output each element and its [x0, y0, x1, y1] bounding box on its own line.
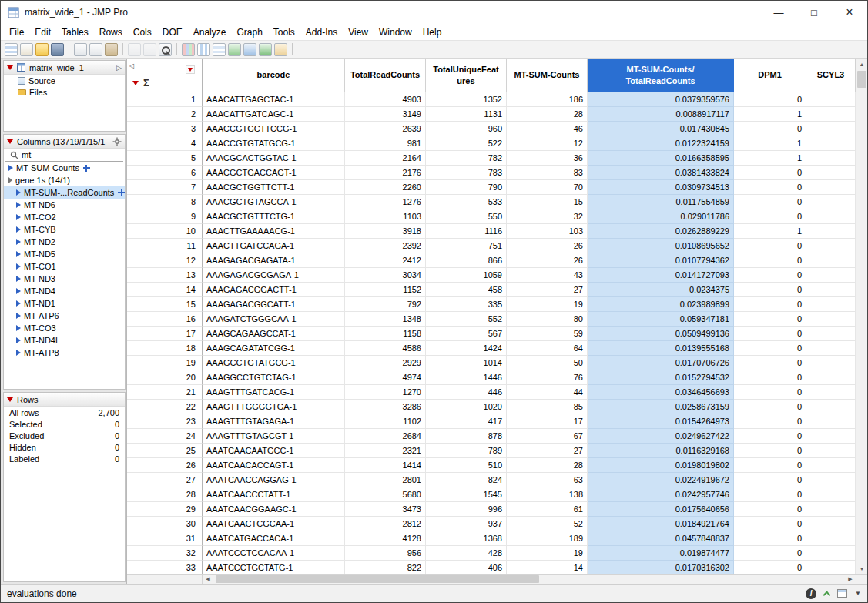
column-item-mt-nd1[interactable]: MT-ND1	[4, 297, 125, 310]
column-item-mt-nd2[interactable]: MT-ND2	[4, 236, 125, 248]
column-item-mt-sum-readcounts[interactable]: MT-SUM-...ReadCounts	[4, 186, 125, 199]
row-number[interactable]: 22	[127, 400, 203, 414]
cell-mt-sum-counts[interactable]: 26	[507, 253, 588, 268]
row-number[interactable]: 27	[127, 473, 203, 487]
column-item-mt-co3[interactable]: MT-CO3	[4, 322, 125, 334]
cell-total-unique-features[interactable]: 1059	[426, 268, 507, 283]
cell-mt-sum-ratio[interactable]: 0.0184921764	[588, 517, 734, 531]
cell-dpm1[interactable]: 0	[734, 327, 806, 341]
cell-total-read-counts[interactable]: 4586	[345, 341, 426, 356]
column-header-mt-sum-counts[interactable]: MT-SUM-Counts	[507, 59, 588, 92]
cell-total-read-counts[interactable]: 1276	[345, 195, 426, 209]
column-item-mt-co2[interactable]: MT-CO2	[4, 211, 125, 223]
cell-total-read-counts[interactable]: 2812	[345, 517, 426, 531]
cell-mt-sum-ratio[interactable]: 0.029011786	[588, 209, 734, 224]
cell-mt-sum-counts[interactable]: 44	[507, 385, 588, 400]
menu-help[interactable]: Help	[417, 25, 447, 39]
cell-total-read-counts[interactable]: 981	[345, 136, 426, 151]
cell-total-unique-features[interactable]: 1352	[426, 92, 507, 107]
row-number[interactable]: 7	[127, 180, 203, 195]
cell-total-unique-features[interactable]: 1020	[426, 400, 507, 414]
table-panel-header[interactable]: matrix_wide_1 ▷	[4, 61, 125, 75]
cell-total-read-counts[interactable]: 3149	[345, 107, 426, 122]
cell-scyl3[interactable]	[806, 531, 856, 546]
row-number[interactable]: 28	[127, 487, 203, 502]
cell-total-read-counts[interactable]: 1414	[345, 458, 426, 473]
cell-barcode[interactable]: AAAGAGACGGCATT-1	[203, 297, 345, 312]
cell-barcode[interactable]: AAAGCAGAAGCCAT-1	[203, 327, 345, 341]
cell-scyl3[interactable]	[806, 122, 856, 136]
cell-mt-sum-ratio[interactable]: 0.0154264973	[588, 414, 734, 429]
cell-total-unique-features[interactable]: 789	[426, 444, 507, 458]
row-number[interactable]: 1	[127, 92, 203, 107]
cell-mt-sum-ratio[interactable]: 0.0242957746	[588, 487, 734, 502]
row-number[interactable]: 32	[127, 546, 203, 561]
new-data-table-icon[interactable]	[5, 43, 18, 56]
horizontal-scroll-track[interactable]	[213, 575, 845, 584]
menu-file[interactable]: File	[4, 25, 29, 39]
cell-barcode[interactable]: AAATCCCTGCTATG-1	[203, 561, 345, 574]
cell-dpm1[interactable]: 0	[734, 166, 806, 180]
cell-mt-sum-counts[interactable]: 138	[507, 487, 588, 502]
column-item-mt-nd4[interactable]: MT-ND4	[4, 285, 125, 297]
paste-icon[interactable]	[105, 43, 118, 56]
cell-barcode[interactable]: AAAGCAGATATCGG-1	[203, 341, 345, 356]
cell-mt-sum-ratio[interactable]: 0.0139555168	[588, 341, 734, 356]
cell-dpm1[interactable]: 0	[734, 312, 806, 327]
summary-stats-icon[interactable]	[213, 43, 226, 56]
column-header-total-unique-features[interactable]: TotalUniqueFeatures	[426, 59, 507, 92]
cell-mt-sum-counts[interactable]: 27	[507, 444, 588, 458]
cell-barcode[interactable]: AAACATTGAGCTAC-1	[203, 92, 345, 107]
cell-barcode[interactable]: AAACGCTGACCAGT-1	[203, 166, 345, 180]
cell-mt-sum-ratio[interactable]: 0.0116329168	[588, 444, 734, 458]
column-item-mt-nd6[interactable]: MT-ND6	[4, 199, 125, 211]
vertical-scrollbar[interactable]: ▲ ▼	[856, 59, 867, 584]
cell-total-read-counts[interactable]: 4903	[345, 92, 426, 107]
cell-mt-sum-ratio[interactable]: 0.0141727093	[588, 268, 734, 283]
cell-total-unique-features[interactable]: 1131	[426, 107, 507, 122]
cell-scyl3[interactable]	[806, 195, 856, 209]
horizontal-scrollbar[interactable]: ◀ ▶	[127, 574, 856, 584]
cell-barcode[interactable]: AAATCAACCCTATT-1	[203, 487, 345, 502]
cell-scyl3[interactable]	[806, 253, 856, 268]
cell-barcode[interactable]: AAAGTTTGTAGCGT-1	[203, 429, 345, 444]
cell-total-unique-features[interactable]: 552	[426, 312, 507, 327]
rows-panel-header[interactable]: Rows	[4, 393, 125, 407]
cell-scyl3[interactable]	[806, 151, 856, 166]
cell-total-unique-features[interactable]: 878	[426, 429, 507, 444]
cell-barcode[interactable]: AAACTTGATCCAGA-1	[203, 239, 345, 253]
cell-mt-sum-counts[interactable]: 52	[507, 517, 588, 531]
cell-dpm1[interactable]: 0	[734, 92, 806, 107]
undo-icon[interactable]	[128, 43, 141, 56]
row-number[interactable]: 29	[127, 502, 203, 517]
row-number[interactable]: 13	[127, 268, 203, 283]
cell-dpm1[interactable]: 0	[734, 268, 806, 283]
cell-scyl3[interactable]	[806, 341, 856, 356]
row-number[interactable]: 31	[127, 531, 203, 546]
cell-dpm1[interactable]: 0	[734, 341, 806, 356]
cell-mt-sum-counts[interactable]: 67	[507, 429, 588, 444]
cell-mt-sum-ratio[interactable]: 0.0122324159	[588, 136, 734, 151]
cell-barcode[interactable]: AAACCGTGTATGCG-1	[203, 136, 345, 151]
cell-scyl3[interactable]	[806, 370, 856, 385]
cell-dpm1[interactable]: 0	[734, 458, 806, 473]
row-number[interactable]: 21	[127, 385, 203, 400]
menu-edit[interactable]: Edit	[29, 25, 56, 39]
row-number[interactable]: 8	[127, 195, 203, 209]
column-item-mt-nd4l[interactable]: MT-ND4L	[4, 334, 125, 347]
close-button[interactable]: ×	[832, 1, 867, 24]
cell-mt-sum-counts[interactable]: 28	[507, 458, 588, 473]
cell-barcode[interactable]: AAAGAGACGAGATA-1	[203, 253, 345, 268]
scroll-left-icon[interactable]: ◀	[203, 575, 213, 584]
copy-icon[interactable]	[89, 43, 102, 56]
cell-total-read-counts[interactable]: 4974	[345, 370, 426, 385]
cell-total-unique-features[interactable]: 751	[426, 239, 507, 253]
cell-mt-sum-counts[interactable]: 189	[507, 531, 588, 546]
cell-mt-sum-counts[interactable]: 14	[507, 561, 588, 574]
cell-total-read-counts[interactable]: 1152	[345, 283, 426, 297]
cell-scyl3[interactable]	[806, 166, 856, 180]
cell-total-read-counts[interactable]: 2176	[345, 166, 426, 180]
cell-mt-sum-counts[interactable]: 64	[507, 341, 588, 356]
cell-total-unique-features[interactable]: 1545	[426, 487, 507, 502]
cell-total-read-counts[interactable]: 3918	[345, 224, 426, 239]
